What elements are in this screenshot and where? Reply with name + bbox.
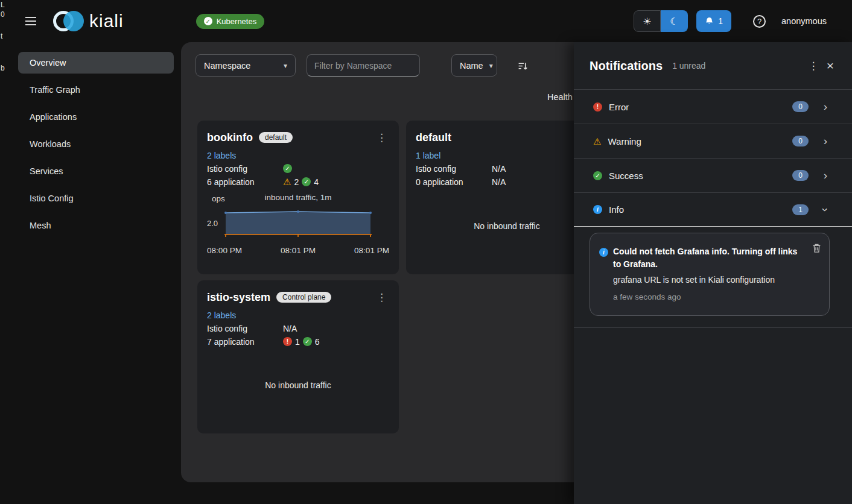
notification-group-warning[interactable]: ⚠ Warning 0 › (574, 124, 852, 158)
chevron-right-icon[interactable]: › (821, 134, 830, 148)
bell-icon (705, 17, 714, 26)
chart-x-tick: 08:00 PM (207, 246, 242, 255)
trash-icon (812, 243, 822, 253)
card-menu-kebab-icon[interactable]: ⋮ (374, 291, 389, 304)
edge-artifact: t (1, 32, 2, 40)
edge-artifact: L (1, 1, 5, 9)
namespace-title[interactable]: istio-system (207, 291, 270, 304)
edge-artifact: 0 (1, 10, 5, 19)
app-header: kiali ✓ Kubernetes ☀ ☾ 1 ? anonymous (0, 0, 852, 42)
sidebar-item-workloads[interactable]: Workloads (18, 133, 174, 155)
sidebar-item-istio-config[interactable]: Istio Config (18, 187, 174, 209)
sidebar-item-overview[interactable]: Overview (18, 52, 174, 74)
drawer-title: Notifications (590, 59, 663, 73)
dark-theme-button[interactable]: ☾ (661, 10, 688, 32)
error-icon: ! (593, 102, 602, 112)
kubernetes-badge: ✓ Kubernetes (196, 14, 265, 29)
close-icon: × (827, 58, 834, 73)
brand-name: kiali (89, 11, 124, 31)
notification-group-error[interactable]: ! Error 0 › (574, 89, 852, 124)
warning-triangle-icon: ⚠ (283, 177, 291, 186)
username[interactable]: anonymous (781, 16, 827, 26)
moon-icon: ☾ (670, 16, 678, 27)
sidebar-item-label: Mesh (30, 221, 51, 230)
kiali-logo[interactable]: kiali (53, 10, 124, 32)
chart-y-tick: 2.0 (201, 219, 218, 228)
istio-config-label: Istio config (207, 324, 283, 333)
group-count-badge: 1 (792, 204, 809, 215)
theme-toggle: ☀ ☾ (634, 10, 688, 32)
labels-link[interactable]: 1 label (416, 151, 440, 160)
notification-item: i Could not fetch Grafana info. Turning … (590, 233, 830, 316)
sidebar-item-label: Overview (30, 58, 66, 68)
sidebar-item-traffic-graph[interactable]: Traffic Graph (18, 79, 174, 101)
no-traffic-message: No inbound traffic (197, 380, 399, 390)
group-label: Info (609, 204, 624, 215)
namespace-badge: default (259, 132, 293, 143)
chevron-down-icon: ▾ (489, 61, 493, 70)
group-count-badge: 0 (792, 136, 809, 146)
chevron-right-icon[interactable]: › (821, 169, 830, 182)
istio-config-value: N/A (283, 324, 297, 333)
group-label: Error (609, 102, 629, 112)
namespace-dropdown-label: Namespace (204, 61, 250, 71)
istio-config-value: N/A (492, 164, 506, 174)
sidebar-item-label: Workloads (30, 139, 71, 149)
chart-x-tick: 08:01 PM (354, 246, 389, 255)
applications-label: 7 application (207, 337, 283, 347)
check-circle-icon: ✓ (204, 17, 212, 25)
notification-title: Could not fetch Grafana info. Turning of… (613, 245, 803, 271)
sidebar-nav: Overview Traffic Graph Applications Work… (0, 42, 181, 504)
istio-config-label: Istio config (207, 164, 283, 174)
drawer-menu-button[interactable]: ⋮ (805, 57, 822, 74)
group-count-badge: 0 (792, 170, 809, 181)
sort-dropdown-label: Name (460, 61, 483, 71)
sort-order-button[interactable] (512, 55, 533, 76)
sidebar-item-label: Traffic Graph (30, 85, 80, 95)
card-menu-kebab-icon[interactable]: ⋮ (374, 131, 389, 144)
info-icon: i (599, 248, 608, 257)
namespace-title[interactable]: default (416, 131, 451, 144)
namespace-filter-dropdown[interactable]: Namespace ▾ (196, 54, 296, 77)
drawer-close-button[interactable]: × (822, 57, 839, 74)
hamburger-menu-icon[interactable] (25, 16, 37, 26)
notification-count: 1 (718, 16, 723, 26)
sidebar-item-services[interactable]: Services (18, 160, 174, 182)
namespace-filter-input[interactable] (307, 54, 420, 77)
kiali-logo-icon (53, 10, 84, 32)
kubernetes-badge-label: Kubernetes (217, 17, 257, 26)
health-label: Health (547, 92, 573, 102)
sidebar-item-label: Istio Config (30, 194, 74, 203)
sidebar-item-mesh[interactable]: Mesh (18, 215, 174, 236)
question-icon: ? (757, 17, 761, 26)
unread-count-label: 1 unread (672, 61, 705, 71)
sidebar-item-label: Services (30, 166, 63, 176)
labels-link[interactable]: 2 labels (207, 151, 236, 160)
notification-body: grafana URL is not set in Kiali configur… (613, 275, 803, 285)
sort-by-dropdown[interactable]: Name ▾ (451, 54, 497, 77)
kebab-icon: ⋮ (809, 60, 819, 72)
group-count-badge: 0 (792, 101, 809, 112)
check-circle-icon: ✓ (283, 164, 292, 173)
sort-icon (518, 61, 528, 71)
notification-group-info[interactable]: i Info 1 › (574, 192, 852, 227)
notification-group-success[interactable]: ✓ Success 0 › (574, 158, 852, 192)
help-button[interactable]: ? (753, 15, 766, 28)
healthy-count: 6 (315, 337, 320, 347)
sun-icon: ☀ (643, 16, 651, 27)
light-theme-button[interactable]: ☀ (634, 10, 661, 32)
edge-artifact: b (1, 64, 5, 72)
chevron-right-icon[interactable]: › (821, 100, 830, 113)
sidebar-item-applications[interactable]: Applications (18, 106, 174, 128)
error-circle-icon: ! (283, 337, 292, 346)
applications-label: 6 application (207, 177, 283, 187)
labels-link[interactable]: 2 labels (207, 310, 236, 320)
warning-icon: ⚠ (593, 137, 601, 146)
delete-notification-button[interactable] (812, 243, 822, 255)
namespace-title[interactable]: bookinfo (207, 131, 253, 144)
success-icon: ✓ (593, 171, 602, 180)
notifications-button[interactable]: 1 (696, 10, 731, 32)
group-label: Warning (608, 136, 641, 146)
chevron-down-icon[interactable]: › (819, 207, 832, 211)
namespace-card-bookinfo: bookinfo default ⋮ 2 labels Istio config… (197, 121, 399, 274)
